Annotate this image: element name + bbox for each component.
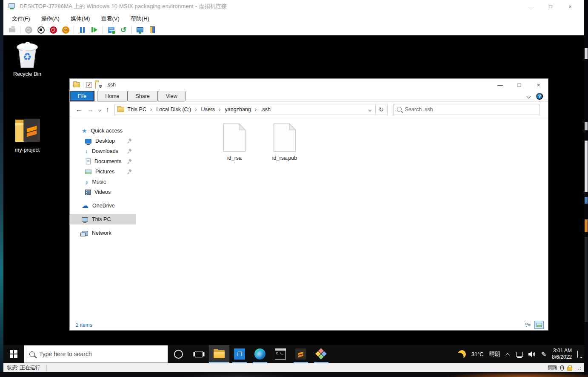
start-button[interactable]: [3, 345, 24, 363]
explorer-minimize-button[interactable]: —: [491, 79, 510, 91]
taskbar-search-input[interactable]: [39, 351, 163, 357]
forward-button[interactable]: →: [87, 106, 94, 112]
action-center-icon: [577, 351, 578, 358]
taskbar-app-sublime-text[interactable]: [291, 345, 311, 363]
tab-share[interactable]: Share: [128, 91, 158, 101]
address-dropdown-button[interactable]: [367, 106, 373, 112]
system-tray: 31°C 晴朗 ✎ 3:01 AM 8/6/2022: [458, 345, 584, 363]
tray-weather[interactable]: 晴朗: [489, 350, 500, 358]
desktop-icon-recycle-bin[interactable]: ♻ Recycle Bin: [7, 40, 48, 77]
taskbar-search-box[interactable]: [24, 345, 168, 363]
explorer-app-icon: [73, 82, 80, 87]
screen: DESKTOP-J7286MA 上的 Windows 10 MSIX packa…: [0, 0, 588, 377]
vm-enhanced-session-button[interactable]: [136, 26, 144, 34]
properties-button[interactable]: ✓: [86, 82, 92, 88]
explorer-search-input[interactable]: [405, 106, 536, 112]
computer-icon: [82, 217, 88, 222]
tab-view[interactable]: View: [158, 91, 186, 101]
sidebar-item-this-pc[interactable]: This PC: [70, 214, 136, 224]
toolbar-separator: [131, 26, 132, 34]
menu-file[interactable]: 文件(F): [12, 15, 30, 23]
taskbar-app-command-prompt[interactable]: [270, 345, 291, 363]
sidebar-item-videos[interactable]: Videos: [70, 187, 136, 197]
search-icon: [397, 107, 402, 112]
vm-devices-button[interactable]: [148, 26, 157, 34]
thumbnail-view-button[interactable]: [534, 321, 544, 329]
menu-help[interactable]: 帮助(H): [131, 15, 149, 23]
explorer-search-box[interactable]: [393, 104, 539, 115]
vm-reset-button[interactable]: [90, 26, 99, 34]
menu-action[interactable]: 操作(A): [41, 15, 60, 23]
taskbar-app-msix-tool[interactable]: ❐: [229, 345, 250, 363]
menu-media[interactable]: 媒体(M): [71, 15, 90, 23]
vm-shutdown-button[interactable]: [49, 26, 57, 34]
desktop-icon-my-project[interactable]: my-project: [7, 115, 48, 153]
sidebar-item-music[interactable]: ♪ Music: [70, 177, 136, 187]
sidebar-item-network[interactable]: Network: [70, 228, 136, 238]
breadcrumb-yangzhang[interactable]: yangzhang: [223, 106, 259, 112]
vm-statusbar: 状态: 正在运行 ⌨: [3, 363, 584, 372]
menu-view[interactable]: 查看(V): [101, 15, 119, 23]
refresh-button[interactable]: ↻: [376, 104, 388, 115]
up-button[interactable]: ↑: [106, 106, 109, 112]
expand-ribbon-button[interactable]: [527, 93, 530, 99]
vm-pause-button[interactable]: [78, 26, 86, 34]
breadcrumb-local-disk-c[interactable]: Local Disk (C:): [154, 106, 198, 112]
recent-locations-button[interactable]: [99, 106, 101, 112]
show-hidden-icons-button[interactable]: [506, 351, 511, 357]
host-edge-fragment: [585, 197, 588, 204]
vm-close-button[interactable]: ×: [560, 1, 580, 12]
breadcrumb: This PC Local Disk (C:) Users yangzhang …: [126, 106, 365, 112]
search-icon: [29, 351, 35, 357]
back-button[interactable]: ←: [76, 106, 82, 112]
pen-workspace-icon[interactable]: ✎: [541, 351, 547, 357]
sidebar-item-desktop[interactable]: Desktop: [70, 136, 136, 146]
details-view-button[interactable]: [523, 321, 533, 329]
sidebar-item-quick-access[interactable]: ★ Quick access: [70, 126, 136, 136]
vm-turn-off-button[interactable]: [37, 26, 45, 34]
file-id-rsa-pub[interactable]: id_rsa.pub: [264, 123, 305, 161]
file-id-rsa[interactable]: id_rsa: [214, 123, 255, 161]
star-icon: ★: [82, 128, 87, 134]
clock[interactable]: 3:01 AM 8/6/2022: [552, 348, 572, 360]
vm-revert-button[interactable]: ↺: [119, 26, 128, 34]
sidebar-item-documents[interactable]: Documents: [70, 156, 136, 167]
ctrl-alt-del-button[interactable]: [8, 26, 16, 34]
task-view-button[interactable]: [188, 345, 209, 363]
download-arrow-icon: ↓: [85, 148, 88, 154]
weather-moon-icon[interactable]: [457, 349, 467, 359]
sidebar-item-pictures[interactable]: Pictures: [70, 167, 136, 177]
toolbar-separator: [74, 26, 74, 34]
taskbar-app-file-explorer[interactable]: [209, 345, 229, 363]
explorer-close-button[interactable]: ×: [529, 79, 548, 91]
resize-grip[interactable]: [577, 365, 581, 370]
breadcrumb-ssh[interactable]: .ssh: [259, 106, 272, 112]
vm-titlebar: DESKTOP-J7286MA 上的 Windows 10 MSIX packa…: [3, 0, 584, 13]
sidebar-item-onedrive[interactable]: ☁ OneDrive: [70, 201, 136, 211]
cortana-button[interactable]: [168, 345, 188, 363]
tab-home[interactable]: Home: [97, 91, 127, 101]
vm-maximize-button[interactable]: □: [541, 1, 560, 12]
tab-file[interactable]: File: [70, 91, 94, 101]
action-center-button[interactable]: [577, 351, 578, 357]
file-icon: [223, 123, 246, 152]
new-folder-button[interactable]: [95, 82, 96, 88]
breadcrumb-this-pc[interactable]: This PC: [126, 106, 154, 112]
volume-icon[interactable]: [528, 351, 536, 357]
explorer-maximize-button[interactable]: □: [510, 79, 529, 91]
help-button[interactable]: ?: [536, 93, 543, 100]
breadcrumb-users[interactable]: Users: [200, 106, 223, 112]
tray-temperature[interactable]: 31°C: [471, 351, 484, 357]
address-bar[interactable]: This PC Local Disk (C:) Users yangzhang …: [114, 104, 376, 115]
ribbon-tabs: File Home Share View ?: [70, 91, 548, 102]
host-edge-fragment: [585, 237, 588, 322]
vm-save-button[interactable]: [61, 26, 70, 34]
vm-start-button[interactable]: [24, 26, 33, 34]
network-tray-icon[interactable]: [516, 352, 523, 357]
vm-minimize-button[interactable]: —: [521, 1, 541, 12]
sidebar-item-downloads[interactable]: ↓ Downloads: [70, 146, 136, 156]
taskbar-app-tortoise-svn[interactable]: [311, 345, 331, 363]
checkpoint-icon: [108, 27, 114, 33]
vm-checkpoint-button[interactable]: [107, 26, 115, 34]
taskbar-app-edge[interactable]: [250, 345, 270, 363]
